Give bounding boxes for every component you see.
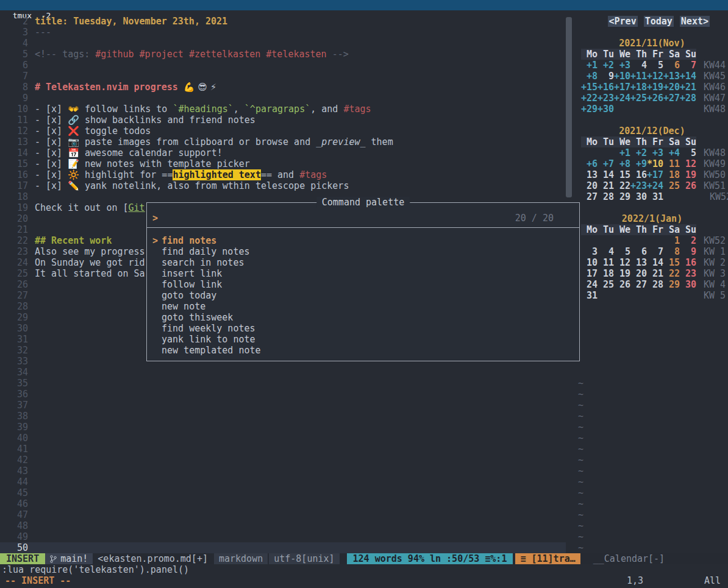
editor-line[interactable]: 43 <box>0 466 566 476</box>
editor-line[interactable]: 16- [x] 🔆 highlight for ==highlighted te… <box>0 169 566 180</box>
editor-line[interactable]: 11- [x] 🔗 show backlinks and friend note… <box>0 115 566 126</box>
calendar-day[interactable]: +9 <box>630 158 647 169</box>
palette-item[interactable]: find daily notes <box>147 246 579 257</box>
calendar-day[interactable]: 18 <box>598 268 614 279</box>
calendar-day[interactable]: 7 <box>680 60 696 71</box>
palette-prompt[interactable]: > 20 / 20 <box>147 213 579 224</box>
calendar-day[interactable]: 19 <box>680 169 696 180</box>
calendar-day[interactable]: +17 <box>647 169 663 180</box>
calendar-day[interactable]: +29 <box>581 104 598 115</box>
calendar-day[interactable]: 26 <box>680 180 696 191</box>
calendar-day[interactable]: 31 <box>581 290 598 301</box>
calendar-day[interactable]: +10 <box>614 71 630 82</box>
calendar-day[interactable]: 16 <box>630 169 647 180</box>
palette-item[interactable]: search in notes <box>147 257 579 268</box>
editor-line[interactable]: 17- [x] ✏️ yank notelink, also from wthi… <box>0 180 566 191</box>
editor-line[interactable]: 5<!-- tags: #github #project #zettelkast… <box>0 49 566 60</box>
calendar-day[interactable]: +3 <box>614 60 630 71</box>
calendar-day[interactable]: +6 <box>581 158 598 169</box>
editor-line[interactable]: 6 <box>0 60 566 71</box>
calendar-day[interactable]: +19 <box>647 82 663 93</box>
calendar-day[interactable]: 29 <box>614 191 630 202</box>
calendar-day[interactable]: 18 <box>663 169 680 180</box>
palette-item[interactable]: find weekly notes <box>147 323 579 334</box>
calendar-day[interactable]: 27 <box>630 279 647 290</box>
calendar-day[interactable]: 26 <box>614 279 630 290</box>
calendar-day[interactable]: 21 <box>598 180 614 191</box>
scrollbar-thumb[interactable] <box>566 17 572 197</box>
calendar-day[interactable]: +8 <box>581 71 598 82</box>
editor-line[interactable]: 45 <box>0 487 566 498</box>
calendar-day[interactable]: *10 <box>647 158 663 169</box>
calendar-day[interactable]: 15 <box>663 257 680 268</box>
calendar-day[interactable]: +28 <box>680 93 696 104</box>
calendar-day[interactable]: +27 <box>663 93 680 104</box>
editor-line[interactable]: 47 <box>0 509 566 520</box>
calendar-day[interactable]: 28 <box>598 191 614 202</box>
calendar-day[interactable]: +8 <box>614 158 630 169</box>
editor-line[interactable]: 44 <box>0 476 566 487</box>
calendar-day[interactable]: 5 <box>647 60 663 71</box>
calendar-day[interactable]: 22 <box>663 268 680 279</box>
calendar-day[interactable]: 16 <box>680 257 696 268</box>
editor-line[interactable]: 48 <box>0 520 566 531</box>
calendar-day[interactable]: +20 <box>663 82 680 93</box>
calendar-day[interactable]: +1 <box>581 60 598 71</box>
palette-item[interactable]: follow link <box>147 279 579 290</box>
calendar-day[interactable]: 20 <box>581 180 598 191</box>
editor-line[interactable]: 8# Telekasten.nvim progress 💪 😎 ⚡ <box>0 82 566 93</box>
calendar-day[interactable]: +11 <box>630 71 647 82</box>
calendar-day[interactable]: 23 <box>680 268 696 279</box>
calendar-day[interactable]: +4 <box>663 147 680 158</box>
calendar-day[interactable]: +26 <box>647 93 663 104</box>
calendar-pane[interactable]: <PrevTodayNext> 2021/11(Nov)MoTuWeThFrSa… <box>576 10 728 553</box>
calendar-day[interactable]: 25 <box>663 180 680 191</box>
calendar-day[interactable]: +30 <box>598 104 614 115</box>
calendar-day[interactable]: 13 <box>630 257 647 268</box>
calendar-day[interactable]: 30 <box>680 279 696 290</box>
calendar-day[interactable]: 11 <box>598 257 614 268</box>
calendar-day[interactable]: 14 <box>647 257 663 268</box>
calendar-day[interactable]: 15 <box>614 169 630 180</box>
calendar-day[interactable]: +25 <box>630 93 647 104</box>
calendar-day[interactable]: 5 <box>680 147 696 158</box>
calendar-day[interactable]: 13 <box>581 169 598 180</box>
calendar-day[interactable]: 19 <box>614 268 630 279</box>
editor-line[interactable]: 42 <box>0 455 566 466</box>
calendar-day[interactable]: +21 <box>680 82 696 93</box>
calendar-day[interactable]: 12 <box>614 257 630 268</box>
editor-line[interactable]: 46 <box>0 498 566 509</box>
calendar-day[interactable]: 21 <box>647 268 663 279</box>
calendar-day[interactable]: 11 <box>663 158 680 169</box>
calendar-day[interactable]: 29 <box>663 279 680 290</box>
calendar-day[interactable]: 4 <box>598 246 614 257</box>
editor-line[interactable]: 34 <box>0 367 566 378</box>
calendar-day[interactable]: +16 <box>598 82 614 93</box>
calendar-day[interactable]: +13 <box>663 71 680 82</box>
palette-item[interactable]: new templated note <box>147 345 579 356</box>
editor-line[interactable]: 3--- <box>0 27 566 38</box>
calendar-nav-today-button[interactable]: Today <box>644 16 674 27</box>
calendar-nav-prev-button[interactable]: <Prev <box>608 16 638 27</box>
calendar-day[interactable]: 27 <box>581 191 598 202</box>
calendar-day[interactable]: 31 <box>647 191 663 202</box>
calendar-day[interactable]: 17 <box>581 268 598 279</box>
palette-item[interactable]: new note <box>147 301 579 312</box>
editor-line[interactable]: 38 <box>0 411 566 422</box>
calendar-day[interactable]: 20 <box>630 268 647 279</box>
editor-line[interactable]: 7 <box>0 71 566 82</box>
calendar-day[interactable]: 7 <box>647 246 663 257</box>
calendar-day[interactable]: 6 <box>663 60 680 71</box>
calendar-nav-next-button[interactable]: Next> <box>680 16 710 27</box>
editor-line[interactable]: 9 <box>0 93 566 104</box>
palette-item[interactable]: insert link <box>147 268 579 279</box>
calendar-day[interactable]: 8 <box>663 246 680 257</box>
calendar-day[interactable]: 24 <box>581 279 598 290</box>
editor-line[interactable]: 12- [x] ❌ toggle todos <box>0 126 566 136</box>
calendar-day[interactable]: +14 <box>680 71 696 82</box>
calendar-day[interactable]: +24 <box>614 93 630 104</box>
editor-line[interactable]: 37 <box>0 400 566 411</box>
calendar-day[interactable]: +17 <box>614 82 630 93</box>
calendar-day[interactable]: 1 <box>663 235 680 246</box>
calendar-day[interactable]: 6 <box>630 246 647 257</box>
